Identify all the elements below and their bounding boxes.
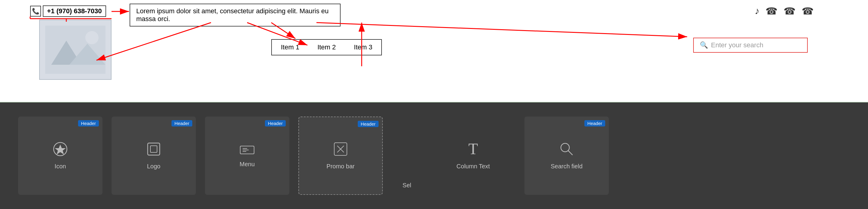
svg-line-9 xyxy=(96,23,211,60)
tool-card-logo-label: Logo xyxy=(147,163,161,170)
phone-icon-box: 📞 xyxy=(30,6,41,16)
tool-card-promobar-label: Promo bar xyxy=(327,163,354,170)
columntext-symbol: T xyxy=(467,142,479,159)
phone-number-box: +1 (970) 638-7030 xyxy=(43,5,106,17)
tool-card-icon-label: Icon xyxy=(55,163,66,170)
social-icons: ♪ ☎ ☎ ☎ xyxy=(755,5,814,17)
menu-symbol xyxy=(240,144,255,157)
phone-icon: 📞 xyxy=(32,7,39,15)
tool-card-icon[interactable]: Header Icon xyxy=(18,116,102,195)
searchfield-symbol xyxy=(559,142,574,159)
svg-text:T: T xyxy=(468,142,478,156)
nav-area: Item 1 Item 2 Item 3 xyxy=(271,39,382,56)
badge-logo: Header xyxy=(172,120,192,127)
tool-card-logo[interactable]: Header Logo xyxy=(112,116,196,195)
selected-label: Sel xyxy=(403,182,411,189)
phone-social-icon-2[interactable]: ☎ xyxy=(784,5,796,17)
promobar-symbol xyxy=(333,142,348,159)
badge-icon: Header xyxy=(78,120,99,127)
top-bar: 📞 +1 (970) 638-7030 Lorem ipsum dolor si… xyxy=(0,0,868,102)
phone-section: 📞 +1 (970) 638-7030 xyxy=(30,5,106,17)
tiktok-icon[interactable]: ♪ xyxy=(755,5,760,17)
lorem-text: Lorem ipsum dolor sit amet, consectetur … xyxy=(136,7,329,23)
nav-items-box: Item 1 Item 2 Item 3 xyxy=(271,39,382,56)
phone-social-icon-3[interactable]: ☎ xyxy=(802,5,814,17)
svg-rect-16 xyxy=(148,143,160,155)
search-icon: 🔍 xyxy=(700,41,708,49)
badge-searchfield: Header xyxy=(584,120,605,127)
search-placeholder: Enter your search xyxy=(711,41,764,49)
selected-label-area: Sel xyxy=(392,116,422,195)
icon-symbol xyxy=(53,142,68,159)
tool-card-columntext[interactable]: T Column Text xyxy=(431,116,516,195)
tool-card-searchfield[interactable]: Header Search field xyxy=(524,116,609,195)
nav-item-1[interactable]: Item 1 xyxy=(281,43,299,51)
svg-rect-17 xyxy=(150,146,157,152)
bottom-toolbar: Header Icon Header Logo Header xyxy=(0,102,868,209)
svg-line-27 xyxy=(568,150,572,155)
phone-number: +1 (970) 638-7030 xyxy=(47,7,102,15)
tool-card-menu-label: Menu xyxy=(240,161,255,168)
nav-item-3[interactable]: Item 3 xyxy=(354,43,372,51)
logo-symbol xyxy=(146,142,161,159)
nav-item-2[interactable]: Item 2 xyxy=(317,43,336,51)
badge-menu: Header xyxy=(265,120,286,127)
badge-promobar: Header xyxy=(358,121,378,127)
search-box[interactable]: 🔍 Enter your search xyxy=(693,38,808,53)
tool-card-columntext-label: Column Text xyxy=(457,163,490,170)
tool-card-menu[interactable]: Header Menu xyxy=(205,116,289,195)
phone-social-icon-1[interactable]: ☎ xyxy=(766,5,778,17)
tool-card-promobar[interactable]: Header Promo bar xyxy=(299,116,383,195)
logo-image-placeholder xyxy=(39,20,112,80)
tool-card-searchfield-label: Search field xyxy=(551,163,583,170)
svg-marker-15 xyxy=(55,145,66,154)
lorem-box: Lorem ipsum dolor sit amet, consectetur … xyxy=(130,4,341,27)
svg-line-11 xyxy=(316,23,687,37)
svg-point-3 xyxy=(85,31,98,44)
